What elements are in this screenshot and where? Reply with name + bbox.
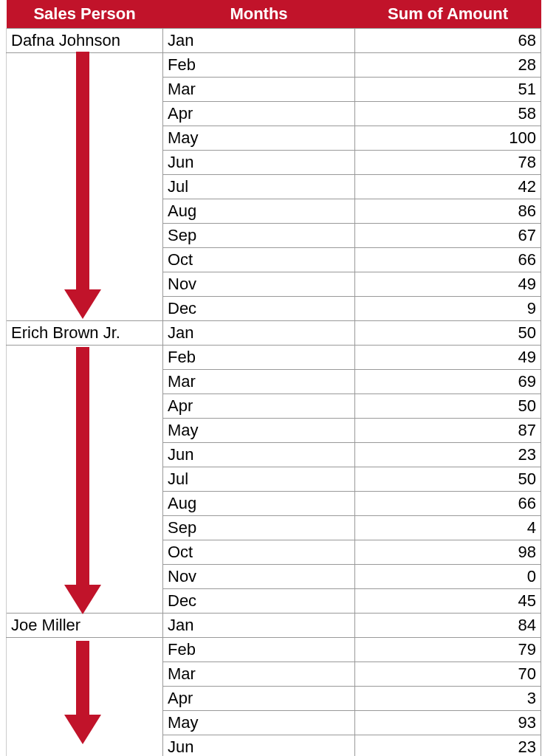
- cell-month[interactable]: Jan: [163, 29, 355, 53]
- cell-amount[interactable]: 66: [355, 492, 541, 516]
- cell-month[interactable]: Apr: [163, 687, 355, 711]
- cell-month[interactable]: Dec: [163, 589, 355, 614]
- cell-month[interactable]: Mar: [163, 370, 355, 394]
- cell-amount[interactable]: 84: [355, 614, 541, 638]
- cell-sales-person[interactable]: [7, 297, 163, 321]
- cell-sales-person[interactable]: [7, 370, 163, 394]
- cell-sales-person[interactable]: [7, 394, 163, 419]
- cell-amount[interactable]: 87: [355, 419, 541, 443]
- cell-sales-person[interactable]: Erich Brown Jr.: [7, 321, 163, 346]
- cell-sales-person[interactable]: [7, 467, 163, 492]
- cell-amount[interactable]: 50: [355, 467, 541, 492]
- cell-amount[interactable]: 58: [355, 102, 541, 126]
- cell-amount[interactable]: 51: [355, 78, 541, 102]
- cell-sales-person[interactable]: [7, 126, 163, 151]
- cell-month[interactable]: Jul: [163, 175, 355, 199]
- cell-sales-person[interactable]: [7, 248, 163, 272]
- cell-month[interactable]: Apr: [163, 394, 355, 419]
- cell-sales-person[interactable]: [7, 662, 163, 687]
- table-row[interactable]: Mar69: [7, 370, 541, 394]
- table-row[interactable]: Jul50: [7, 467, 541, 492]
- table-row[interactable]: Jun23: [7, 443, 541, 467]
- cell-month[interactable]: Sep: [163, 516, 355, 540]
- table-row[interactable]: Jun78: [7, 151, 541, 175]
- cell-amount[interactable]: 49: [355, 272, 541, 297]
- cell-sales-person[interactable]: [7, 102, 163, 126]
- table-row[interactable]: Oct66: [7, 248, 541, 272]
- table-row[interactable]: Sep4: [7, 516, 541, 540]
- table-row[interactable]: May93: [7, 711, 541, 735]
- table-row[interactable]: Nov0: [7, 565, 541, 589]
- cell-sales-person[interactable]: [7, 224, 163, 248]
- cell-amount[interactable]: 70: [355, 662, 541, 687]
- table-row[interactable]: Mar51: [7, 78, 541, 102]
- cell-month[interactable]: Feb: [163, 638, 355, 662]
- cell-amount[interactable]: 78: [355, 151, 541, 175]
- cell-month[interactable]: Jan: [163, 614, 355, 638]
- table-row[interactable]: Sep67: [7, 224, 541, 248]
- cell-sales-person[interactable]: [7, 346, 163, 370]
- table-row[interactable]: Jul42: [7, 175, 541, 199]
- cell-month[interactable]: Sep: [163, 224, 355, 248]
- table-row[interactable]: Erich Brown Jr.Jan50: [7, 321, 541, 346]
- cell-sales-person[interactable]: [7, 53, 163, 78]
- cell-sales-person[interactable]: [7, 735, 163, 757]
- header-sales-person[interactable]: Sales Person: [7, 0, 163, 29]
- cell-amount[interactable]: 0: [355, 565, 541, 589]
- cell-month[interactable]: May: [163, 711, 355, 735]
- table-row[interactable]: Dafna JohnsonJan68: [7, 29, 541, 53]
- cell-month[interactable]: Mar: [163, 78, 355, 102]
- cell-amount[interactable]: 23: [355, 735, 541, 757]
- cell-amount[interactable]: 3: [355, 687, 541, 711]
- cell-sales-person[interactable]: [7, 711, 163, 735]
- cell-sales-person[interactable]: [7, 419, 163, 443]
- cell-sales-person[interactable]: [7, 199, 163, 224]
- cell-amount[interactable]: 45: [355, 589, 541, 614]
- table-row[interactable]: Dec9: [7, 297, 541, 321]
- cell-sales-person[interactable]: [7, 516, 163, 540]
- cell-amount[interactable]: 28: [355, 53, 541, 78]
- cell-amount[interactable]: 93: [355, 711, 541, 735]
- cell-sales-person[interactable]: [7, 151, 163, 175]
- table-row[interactable]: Dec45: [7, 589, 541, 614]
- cell-sales-person[interactable]: Joe Miller: [7, 614, 163, 638]
- cell-sales-person[interactable]: [7, 175, 163, 199]
- table-row[interactable]: May87: [7, 419, 541, 443]
- cell-amount[interactable]: 23: [355, 443, 541, 467]
- cell-sales-person[interactable]: [7, 272, 163, 297]
- cell-month[interactable]: Oct: [163, 540, 355, 565]
- cell-month[interactable]: Jun: [163, 735, 355, 757]
- table-row[interactable]: Nov49: [7, 272, 541, 297]
- cell-month[interactable]: Dec: [163, 297, 355, 321]
- table-row[interactable]: Apr3: [7, 687, 541, 711]
- table-row[interactable]: Aug86: [7, 199, 541, 224]
- table-row[interactable]: Feb49: [7, 346, 541, 370]
- header-sum-amount[interactable]: Sum of Amount: [355, 0, 541, 29]
- cell-month[interactable]: Nov: [163, 272, 355, 297]
- cell-amount[interactable]: 86: [355, 199, 541, 224]
- cell-sales-person[interactable]: [7, 687, 163, 711]
- cell-sales-person[interactable]: [7, 492, 163, 516]
- cell-month[interactable]: Oct: [163, 248, 355, 272]
- cell-amount[interactable]: 66: [355, 248, 541, 272]
- cell-amount[interactable]: 49: [355, 346, 541, 370]
- table-row[interactable]: Mar70: [7, 662, 541, 687]
- cell-month[interactable]: Aug: [163, 492, 355, 516]
- table-row[interactable]: Apr58: [7, 102, 541, 126]
- table-row[interactable]: Jun23: [7, 735, 541, 757]
- cell-amount[interactable]: 98: [355, 540, 541, 565]
- cell-month[interactable]: Apr: [163, 102, 355, 126]
- header-months[interactable]: Months: [163, 0, 355, 29]
- cell-month[interactable]: Nov: [163, 565, 355, 589]
- table-row[interactable]: May100: [7, 126, 541, 151]
- table-row[interactable]: Feb79: [7, 638, 541, 662]
- cell-sales-person[interactable]: [7, 443, 163, 467]
- cell-amount[interactable]: 42: [355, 175, 541, 199]
- cell-sales-person[interactable]: [7, 589, 163, 614]
- table-row[interactable]: Feb28: [7, 53, 541, 78]
- cell-month[interactable]: Jun: [163, 151, 355, 175]
- cell-month[interactable]: Feb: [163, 53, 355, 78]
- cell-sales-person[interactable]: [7, 540, 163, 565]
- table-row[interactable]: Joe MillerJan84: [7, 614, 541, 638]
- cell-amount[interactable]: 9: [355, 297, 541, 321]
